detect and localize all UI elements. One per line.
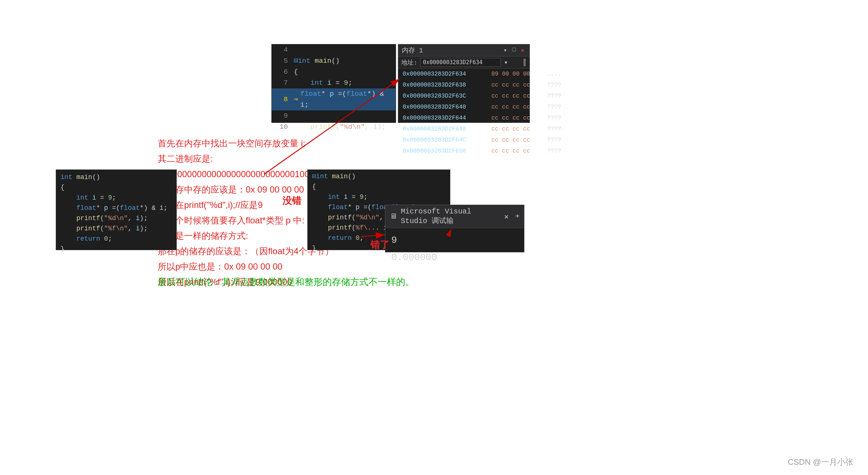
code-line: }	[58, 244, 175, 254]
watermark: CSDN @一月小张	[788, 457, 853, 468]
scroll-indicator: ║	[523, 59, 527, 66]
debug-output-line-2: 0.000000	[391, 249, 518, 266]
memory-row: 0x0000003283D2F648 cc cc cc cc ????	[400, 124, 528, 135]
code-line: int i = 9;	[58, 193, 175, 203]
memory-panel: 内存 1 ▾ □ ✕ 地址: ▾ ║ 0x0000003283D2F634 09…	[398, 44, 530, 123]
annotation-line-2: 其二进制应是:	[158, 151, 334, 167]
address-input[interactable]	[420, 58, 501, 67]
debug-add-button[interactable]: +	[515, 212, 520, 221]
code-line: printf("%f\n", i);	[58, 223, 175, 234]
no-error-label: 没错	[282, 194, 301, 207]
debug-close-button[interactable]: ✕	[504, 212, 509, 221]
code-line: int main()	[58, 172, 175, 182]
code-line: 5 ⊟int main()	[272, 55, 396, 66]
annotation-line-1: 首先在内存中找出一块空间存放变量 i;	[158, 136, 334, 151]
memory-row: 0x0000003283D2F64C cc cc cc cc ????	[400, 135, 528, 146]
memory-row: 0x0000003283D2F640 cc cc cc cc ????	[400, 102, 528, 113]
code-line: printf("%d\n", i);	[58, 213, 175, 223]
memory-row: 0x0000003283D2F644 cc cc cc cc ????	[400, 113, 528, 124]
debug-output-content: 9 0.000000	[385, 228, 524, 270]
debug-title: Microsoft Visual Studio 调试输	[401, 207, 501, 226]
memory-title: 内存 1	[402, 46, 423, 55]
code-line: 9	[272, 110, 396, 121]
error-label: 错了	[370, 238, 389, 251]
close-button[interactable]: ✕	[519, 47, 526, 54]
top-code-panel: 4 5 ⊟int main() 6 { 7 int i = 9; 8 ⇒ flo…	[271, 44, 396, 123]
debug-output-line-1: 9	[391, 232, 518, 249]
code-line-highlighted: 8 ⇒ float* p =(float*) & i;	[272, 88, 396, 110]
address-dropdown-icon[interactable]: ▾	[504, 58, 508, 66]
minimize-button[interactable]: ▾	[502, 47, 509, 54]
memory-panel-header: 内存 1 ▾ □ ✕	[398, 44, 530, 56]
debug-panel-header: 🖥 Microsoft Visual Studio 调试输 ✕ +	[385, 205, 524, 228]
annotation-line-9: 所以p中应也是：0x 09 00 00 00	[158, 259, 334, 274]
restore-button[interactable]: □	[511, 47, 517, 54]
code-line: 6 {	[272, 66, 396, 77]
code-line: return 0;	[58, 234, 175, 244]
memory-address-bar: 地址: ▾ ║	[398, 56, 530, 69]
code-line: int i = 9;	[309, 192, 448, 202]
code-line: 4	[272, 44, 396, 55]
code-line: float* p =(float*) & i;	[58, 203, 175, 213]
debug-icon: 🖥	[390, 212, 397, 221]
left-code-panel: int main() { int i = 9; float* p =(float…	[56, 169, 177, 250]
debug-output-panel: 🖥 Microsoft Visual Studio 调试输 ✕ + 9 0.00…	[385, 205, 524, 252]
code-line: 7 int i = 9;	[272, 77, 396, 88]
conclusion-text: 最后可以结论：其浮点数数类型是和整形的存储方式不一样的。	[158, 276, 414, 288]
address-label: 地址:	[401, 58, 417, 67]
code-line: ⊟int main()	[309, 171, 448, 182]
code-line: {	[58, 182, 175, 193]
memory-rows: 0x0000003283D2F634 09 00 00 00 .... 0x00…	[398, 69, 530, 157]
memory-row: 0x0000003283D2F650 cc cc cc cc ????	[400, 146, 528, 157]
memory-row: 0x0000003283D2F63C cc cc cc cc ????	[400, 91, 528, 102]
code-line: 10 printf("%d\n", i);	[272, 121, 396, 132]
memory-row: 0x0000003283D2F634 09 00 00 00 ....	[400, 69, 528, 80]
memory-row: 0x0000003283D2F638 cc cc cc cc ????	[400, 80, 528, 91]
code-line: {	[309, 182, 448, 192]
